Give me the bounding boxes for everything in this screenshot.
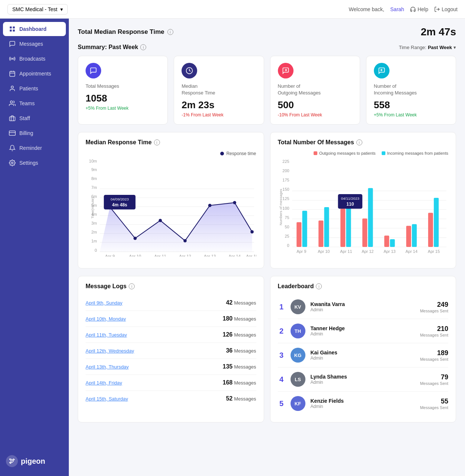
lb-stats: 210 Messages Sent (420, 325, 448, 337)
log-date[interactable]: April 13th, Thursday (86, 364, 129, 370)
card-total-messages: Total Messages 1058 +5% From Last Week (78, 56, 168, 125)
log-count: 180Messages (223, 315, 256, 322)
message-logs-card: Message Logs i April 9th, Sunday 42Messa… (78, 276, 264, 422)
leaderboard-item: 2 TH Tanner Hedge Admin 210 Messages Sen… (278, 319, 449, 343)
median-response-change: -1% From Last Week (182, 112, 256, 118)
leaderboard-info-icon[interactable]: i (316, 283, 322, 289)
sidebar-label-appointments: Appointments (19, 71, 51, 77)
total-messages-icon (86, 63, 101, 78)
logout-button[interactable]: Logout (434, 6, 458, 12)
total-median-label: Total Median Response Time (78, 28, 164, 36)
svg-text:8m: 8m (91, 176, 97, 181)
lb-messages-sent-label: Messages Sent (420, 309, 448, 313)
log-count: 36Messages (226, 347, 256, 354)
svg-point-11 (10, 101, 13, 103)
svg-text:0: 0 (287, 243, 289, 248)
avatar: KG (291, 348, 305, 363)
response-time-legend-label: Response time (226, 151, 256, 156)
message-logs-info-icon[interactable]: i (129, 283, 135, 289)
svg-text:25: 25 (285, 234, 289, 238)
svg-text:Apr 13: Apr 13 (204, 254, 216, 257)
lb-info: Kenzie Fields Admin (311, 398, 415, 409)
user-name: Sarah (390, 6, 404, 12)
chevron-down-icon: ▾ (60, 6, 63, 12)
svg-point-46 (250, 230, 254, 234)
lb-stats: 79 Messages Sent (420, 373, 448, 386)
sidebar-item-messages[interactable]: Messages (3, 37, 66, 51)
log-date[interactable]: April 14th, Friday (86, 380, 122, 386)
top-bar: SMC Medical - Test ▾ Welcome back, Sarah… (0, 0, 465, 19)
log-item: April 12th, Wednesday 36Messages (86, 343, 256, 359)
bar-apr10-in (324, 207, 329, 247)
svg-text:Apr 12: Apr 12 (179, 254, 191, 257)
log-item: April 13th, Thursday 135Messages (86, 359, 256, 375)
svg-text:150: 150 (282, 187, 289, 192)
dashboard-icon (9, 26, 16, 32)
log-date[interactable]: April 12th, Wednesday (86, 348, 134, 354)
sidebar-item-dashboard[interactable]: Dashboard (3, 22, 66, 36)
help-button[interactable]: Help (410, 6, 428, 12)
svg-text:200: 200 (282, 168, 289, 173)
lb-stats: 249 Messages Sent (420, 301, 448, 313)
log-date[interactable]: April 10th, Monday (86, 316, 126, 322)
svg-rect-3 (10, 30, 12, 32)
sidebar-item-teams[interactable]: Teams (3, 96, 66, 110)
messages-chart-title-row: Total Number Of Messages i (278, 139, 362, 146)
log-date[interactable]: April 11th, Tuesday (86, 332, 127, 338)
bar-apr14-out (406, 226, 411, 247)
svg-text:Time(minute): Time(minute) (90, 197, 94, 219)
messages-chart-info-icon[interactable]: i (356, 139, 362, 145)
svg-point-10 (11, 86, 13, 88)
messages-chart-header: Total Number Of Messages i (278, 139, 449, 146)
svg-text:04/11/2023: 04/11/2023 (341, 197, 359, 201)
median-response-icon (182, 63, 197, 78)
headphone-icon (410, 6, 416, 12)
summary-info-icon[interactable]: i (140, 44, 146, 50)
sidebar-item-reminder[interactable]: Reminder (3, 141, 66, 155)
sidebar-item-broadcasts[interactable]: Broadcasts (3, 52, 66, 66)
lb-info: Tanner Hedge Admin (311, 325, 415, 337)
lb-messages-sent-label: Messages Sent (420, 357, 448, 361)
incoming-legend-color (382, 151, 385, 155)
time-range-label: Time Range: (399, 45, 426, 50)
help-label: Help (417, 6, 428, 12)
svg-rect-6 (10, 71, 15, 77)
log-date[interactable]: April 9th, Sunday (86, 300, 122, 306)
bar-apr12-in (368, 188, 373, 247)
lb-role: Admin (311, 404, 415, 409)
sidebar-item-staff[interactable]: Staff (3, 111, 66, 125)
log-item: April 15th, Saturday 52Messages (86, 391, 256, 406)
total-median-info-icon[interactable]: i (167, 29, 173, 35)
median-response-value: 2m 23s (182, 99, 256, 111)
sidebar-item-patients[interactable]: Patients (3, 81, 66, 96)
lb-rank: 2 (278, 327, 285, 335)
log-date[interactable]: April 15th, Saturday (86, 396, 128, 402)
svg-text:Apr 11: Apr 11 (154, 254, 166, 257)
appointments-icon (9, 70, 16, 77)
time-range-selector[interactable]: Time Range: Past Week ▾ (399, 45, 456, 50)
sidebar-item-billing[interactable]: Billing (3, 126, 66, 140)
chat-icon (90, 67, 97, 74)
bar-apr11-out (340, 209, 345, 247)
bar-apr13-out (384, 236, 389, 247)
sidebar-item-appointments[interactable]: Appointments (3, 67, 66, 81)
lb-name: Lynda Shames (311, 374, 415, 380)
log-item: April 10th, Monday 180Messages (86, 311, 256, 327)
sidebar-label-dashboard: Dashboard (19, 26, 46, 32)
summary-cards: Total Messages 1058 +5% From Last Week M… (78, 56, 456, 125)
org-selector[interactable]: SMC Medical - Test ▾ (7, 4, 68, 15)
teams-icon (9, 100, 16, 107)
billing-icon (9, 130, 16, 136)
leaderboard-title: Leaderboard (278, 283, 314, 290)
svg-text:175: 175 (282, 178, 289, 183)
org-name: SMC Medical - Test (12, 6, 57, 12)
sidebar-bottom: 🕊 pigeon (0, 449, 69, 473)
leaderboard-card: Leaderboard i 1 KV Kwanita Varra Admin 2… (270, 276, 456, 422)
patients-icon (9, 85, 16, 92)
svg-text:225: 225 (282, 159, 289, 164)
median-chart-header: Median Response Time i (86, 139, 256, 146)
sidebar-item-settings[interactable]: Settings (3, 156, 66, 170)
svg-point-41 (134, 237, 137, 240)
median-chart-info-icon[interactable]: i (154, 139, 160, 145)
lb-info: Kwanita Varra Admin (311, 301, 415, 312)
